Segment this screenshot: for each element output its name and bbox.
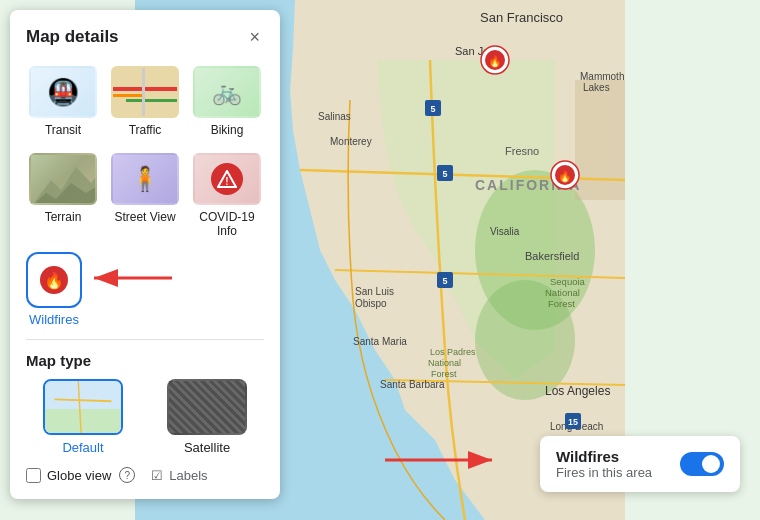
- svg-text:🔥: 🔥: [44, 271, 64, 290]
- tooltip-title: Wildfires: [556, 448, 652, 465]
- svg-text:Salinas: Salinas: [318, 111, 351, 122]
- svg-text:Forest: Forest: [431, 369, 457, 379]
- svg-text:Fresno: Fresno: [505, 145, 539, 157]
- svg-text:Lakes: Lakes: [583, 82, 610, 93]
- svg-text:National: National: [428, 358, 461, 368]
- wildfire-toggle[interactable]: [680, 452, 724, 476]
- svg-text:Sequoia: Sequoia: [550, 276, 586, 287]
- terrain-thumb: [29, 153, 97, 205]
- satellite-type-item[interactable]: Satellite: [150, 379, 264, 455]
- wildfire-tooltip: Wildfires Fires in this area: [540, 436, 740, 492]
- svg-text:Forest: Forest: [548, 298, 575, 309]
- covid-item[interactable]: ! COVID-19 Info: [190, 149, 264, 242]
- svg-text:!: !: [225, 176, 228, 187]
- svg-text:Obispo: Obispo: [355, 298, 387, 309]
- wildfires-col: 🔥 Wildfires: [26, 252, 82, 327]
- transit-item[interactable]: 🚇 Transit: [26, 62, 100, 141]
- help-icon[interactable]: ?: [119, 467, 135, 483]
- svg-text:Santa Barbara: Santa Barbara: [380, 379, 445, 390]
- map-details-panel: Map details × 🚇 Transit Traffic: [10, 10, 280, 499]
- svg-text:Visalia: Visalia: [490, 226, 520, 237]
- svg-rect-48: [45, 409, 121, 434]
- map-details-grid: 🚇 Transit Traffic 🚲 Biking: [26, 62, 264, 242]
- map-type-grid: Default Satellite: [26, 379, 264, 455]
- svg-text:15: 15: [568, 417, 578, 427]
- transit-label: Transit: [45, 123, 81, 137]
- svg-text:5: 5: [442, 169, 447, 179]
- traffic-thumb: [111, 66, 179, 118]
- svg-text:San Francisco: San Francisco: [480, 10, 563, 25]
- toggle-slider: [680, 452, 724, 476]
- traffic-item[interactable]: Traffic: [108, 62, 182, 141]
- panel-arrow: [84, 264, 174, 292]
- divider: [26, 339, 264, 340]
- streetview-thumb: 🧍: [111, 153, 179, 205]
- globe-view-label[interactable]: Globe view ?: [26, 467, 135, 483]
- svg-text:5: 5: [442, 276, 447, 286]
- biking-thumb: 🚲: [193, 66, 261, 118]
- svg-text:San Luis: San Luis: [355, 286, 394, 297]
- biking-label: Biking: [211, 123, 244, 137]
- tooltip-arrow: [380, 445, 500, 475]
- labels-check-icon: ☑: [151, 468, 163, 483]
- default-thumb: [43, 379, 123, 435]
- wildfires-icon-wrap[interactable]: 🔥: [26, 252, 82, 308]
- svg-text:Los Angeles: Los Angeles: [545, 384, 610, 398]
- tooltip-subtitle: Fires in this area: [556, 465, 652, 480]
- close-button[interactable]: ×: [245, 26, 264, 48]
- terrain-label: Terrain: [45, 210, 82, 224]
- biking-item[interactable]: 🚲 Biking: [190, 62, 264, 141]
- globe-view-checkbox[interactable]: [26, 468, 41, 483]
- svg-text:🔥: 🔥: [488, 54, 502, 68]
- svg-text:Monterey: Monterey: [330, 136, 372, 147]
- streetview-label: Street View: [114, 210, 175, 224]
- tooltip-text: Wildfires Fires in this area: [556, 448, 652, 480]
- svg-text:🔥: 🔥: [558, 169, 572, 183]
- satellite-thumb: [167, 379, 247, 435]
- svg-text:5: 5: [430, 104, 435, 114]
- options-row: Globe view ? ☑ Labels: [26, 467, 264, 483]
- svg-text:Los Padres: Los Padres: [430, 347, 476, 357]
- svg-text:National: National: [545, 287, 580, 298]
- wildfires-label: Wildfires: [29, 312, 79, 327]
- covid-label: COVID-19 Info: [192, 210, 262, 238]
- labels-text: Labels: [169, 468, 207, 483]
- map-type-title: Map type: [26, 352, 264, 369]
- terrain-item[interactable]: Terrain: [26, 149, 100, 242]
- panel-header: Map details ×: [26, 26, 264, 48]
- covid-badge: !: [211, 163, 243, 195]
- labels-row: ☑ Labels: [151, 468, 207, 483]
- globe-view-text: Globe view: [47, 468, 111, 483]
- panel-title: Map details: [26, 27, 119, 47]
- satellite-label: Satellite: [184, 440, 230, 455]
- svg-text:Santa Maria: Santa Maria: [353, 336, 407, 347]
- svg-text:Mammoth: Mammoth: [580, 71, 624, 82]
- default-label: Default: [62, 440, 103, 455]
- streetview-item[interactable]: 🧍 Street View: [108, 149, 182, 242]
- covid-thumb: !: [193, 153, 261, 205]
- default-type-item[interactable]: Default: [26, 379, 140, 455]
- transit-thumb: 🚇: [29, 66, 97, 118]
- svg-text:Bakersfield: Bakersfield: [525, 250, 579, 262]
- traffic-label: Traffic: [129, 123, 162, 137]
